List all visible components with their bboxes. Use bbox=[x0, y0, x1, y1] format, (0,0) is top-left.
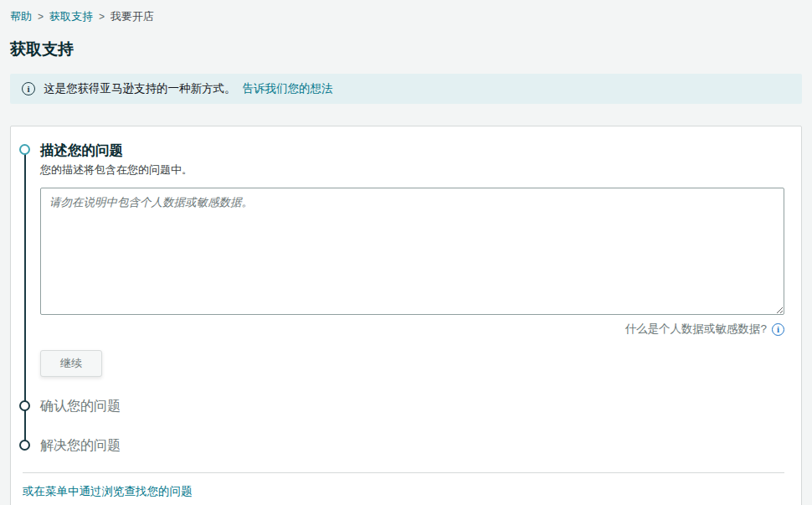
step-body: 解决您的问题 bbox=[40, 435, 784, 456]
stepper: 描述您的问题 您的描述将包含在您的问题中。 什么是个人数据或敏感数据? i 继续… bbox=[19, 140, 784, 456]
breadcrumb-link-get-support[interactable]: 获取支持 bbox=[49, 9, 93, 24]
info-banner: i 这是您获得亚马逊支持的一种新方式。 告诉我们您的想法 bbox=[10, 74, 802, 104]
card-divider bbox=[23, 472, 784, 473]
step-label: 确认您的问题 bbox=[40, 396, 784, 416]
step-describe-issue: 描述您的问题 您的描述将包含在您的问题中。 什么是个人数据或敏感数据? i 继续 bbox=[19, 140, 784, 377]
feedback-link[interactable]: 告诉我们您的想法 bbox=[243, 81, 333, 96]
step-subtitle: 您的描述将包含在您的问题中。 bbox=[40, 162, 784, 178]
step-body: 描述您的问题 您的描述将包含在您的问题中。 什么是个人数据或敏感数据? i 继续 bbox=[40, 140, 784, 377]
breadcrumb-link-help[interactable]: 帮助 bbox=[10, 9, 32, 24]
banner-text: 这是您获得亚马逊支持的一种新方式。 bbox=[44, 81, 236, 96]
step-label: 解决您的问题 bbox=[40, 435, 784, 456]
step-circle bbox=[19, 400, 30, 411]
personal-data-hint-label: 什么是个人数据或敏感数据? bbox=[624, 322, 767, 337]
continue-button[interactable]: 继续 bbox=[40, 350, 102, 377]
hint-row: 什么是个人数据或敏感数据? i bbox=[40, 322, 784, 337]
step-circle-active bbox=[19, 144, 30, 155]
info-icon[interactable]: i bbox=[772, 323, 784, 336]
step-body: 确认您的问题 bbox=[40, 396, 784, 416]
step-circle bbox=[19, 440, 30, 451]
breadcrumb-separator: > bbox=[99, 11, 105, 23]
step-title: 描述您的问题 bbox=[40, 140, 784, 160]
page-title: 获取支持 bbox=[10, 39, 802, 60]
breadcrumb-separator: > bbox=[38, 11, 44, 23]
browse-menu-link[interactable]: 或在菜单中通过浏览查找您的问题 bbox=[23, 484, 193, 499]
issue-description-textarea[interactable] bbox=[40, 188, 784, 315]
step-resolve-issue: 解决您的问题 bbox=[19, 435, 784, 456]
breadcrumb: 帮助 > 获取支持 > 我要开店 bbox=[10, 9, 802, 24]
support-card: 描述您的问题 您的描述将包含在您的问题中。 什么是个人数据或敏感数据? i 继续… bbox=[10, 126, 802, 505]
step-confirm-issue: 确认您的问题 bbox=[19, 396, 784, 416]
breadcrumb-current: 我要开店 bbox=[110, 9, 154, 24]
info-icon: i bbox=[22, 82, 35, 95]
